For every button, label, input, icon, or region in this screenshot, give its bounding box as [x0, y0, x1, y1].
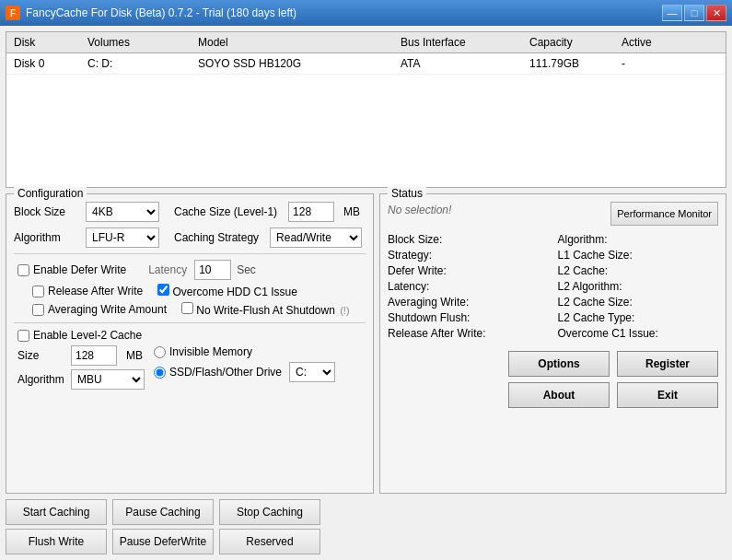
exit-button[interactable]: Exit	[617, 382, 718, 408]
status-title: Status	[388, 187, 426, 200]
col-active: Active	[618, 34, 691, 51]
invisible-memory-label: Invisible Memory	[169, 345, 252, 358]
level2-row: Enable Level-2 Cache	[17, 329, 366, 342]
algorithm-row: Algorithm LFU-RLFULRU Caching Strategy R…	[14, 228, 366, 248]
status-panel: Status No selection! Performance Monitor…	[379, 193, 726, 494]
status-blocksize-label: Block Size:	[388, 233, 549, 246]
defer-write-row: Enable Defer Write Latency Sec	[17, 260, 366, 280]
latency-input[interactable]	[194, 260, 231, 280]
reserved-button[interactable]: Reserved	[219, 529, 320, 554]
ssd-flash-row: SSD/Flash/Other Drive C:D:	[154, 362, 335, 382]
overcome-hdd-label: Overcome HDD C1 Issue	[173, 286, 297, 298]
status-deferwrite-label: Defer Write:	[388, 264, 549, 277]
level2-checkbox[interactable]	[17, 330, 29, 342]
l2-size-label: Size	[17, 349, 64, 362]
algorithm-label: Algorithm	[14, 231, 78, 244]
status-release-label: Release After Write:	[388, 327, 549, 340]
perf-monitor-button[interactable]: Performance Monitor	[610, 202, 718, 226]
release-after-write-checkbox[interactable]	[32, 286, 44, 298]
status-l2cachesize-label: L2 Cache Size:	[558, 296, 719, 309]
start-caching-button[interactable]: Start Caching	[6, 499, 107, 525]
flush-write-button[interactable]: Flush Write	[6, 529, 107, 554]
config-panel: Configuration Block Size 4KB8KB16KB Cach…	[6, 193, 374, 494]
right-action-buttons: Options Register About Exit	[388, 351, 718, 408]
col-bus: Bus Interface	[397, 34, 526, 51]
defer-write-label: Enable Defer Write	[33, 263, 126, 276]
caching-strategy-label: Caching Strategy	[174, 231, 259, 244]
col-capacity: Capacity	[526, 34, 618, 51]
pause-deferwrite-button[interactable]: Pause DeferWrite	[112, 529, 214, 554]
cell-volumes: C: D:	[84, 55, 194, 72]
cachesize-mb: MB	[343, 205, 360, 218]
l2-size-mb: MB	[126, 349, 143, 362]
cell-disk: Disk 0	[10, 55, 84, 72]
status-shutdown-label: Shutdown Flush:	[388, 311, 549, 324]
bottom-action-row2: Flush Write Pause DeferWrite Reserved	[6, 529, 726, 554]
caching-strategy-select[interactable]: Read/WriteRead OnlyWrite Only	[270, 228, 362, 248]
averaging-write-row: Averaging Write Amount No Write-Flush At…	[32, 302, 366, 317]
disk-table: Disk Volumes Model Bus Interface Capacit…	[6, 31, 726, 188]
invisible-memory-row: Invisible Memory	[154, 345, 335, 358]
cell-capacity: 111.79GB	[526, 55, 618, 72]
blocksize-row: Block Size 4KB8KB16KB Cache Size (Level-…	[14, 202, 366, 222]
ssd-flash-label: SSD/Flash/Other Drive	[169, 366, 282, 379]
stop-caching-button[interactable]: Stop Caching	[219, 499, 320, 525]
latency-sec: Sec	[237, 263, 256, 276]
blocksize-label: Block Size	[14, 205, 78, 218]
no-write-flush-hint: (!)	[340, 305, 349, 316]
status-top-row: No selection! Performance Monitor	[388, 202, 718, 226]
l2-algo-row: Algorithm MBULFULRU	[17, 369, 145, 390]
cell-model: SOYO SSD HB120G	[194, 55, 397, 72]
bottom-action-row: Start Caching Pause Caching Stop Caching	[6, 499, 726, 525]
status-overcome-label: Overcome C1 Issue:	[558, 327, 719, 340]
cell-bus: ATA	[397, 55, 526, 72]
cell-active: -	[618, 55, 691, 72]
no-selection-text: No selection!	[388, 204, 451, 216]
status-l2cache-label: L2 Cache:	[558, 264, 719, 277]
averaging-write-checkbox[interactable]	[32, 304, 44, 316]
l2-size-row: Size MB	[17, 345, 145, 366]
about-button[interactable]: About	[508, 382, 610, 408]
status-l2algo-label: L2 Algorithm:	[558, 280, 719, 293]
close-button[interactable]: ✕	[706, 5, 726, 21]
l2-size-input[interactable]	[71, 345, 117, 366]
status-latency-label: Latency:	[388, 280, 549, 293]
options-button[interactable]: Options	[508, 351, 610, 377]
pause-caching-button[interactable]: Pause Caching	[112, 499, 214, 525]
no-write-flush-checkbox[interactable]	[181, 302, 193, 314]
status-l1cachesize-label: L1 Cache Size:	[558, 249, 719, 262]
l2-algo-label: Algorithm	[17, 373, 64, 386]
status-averaging-label: Averaging Write:	[388, 296, 549, 309]
col-volumes: Volumes	[84, 34, 194, 51]
status-grid: Block Size: Algorithm: Strategy: L1 Cach…	[388, 233, 718, 340]
cachesize-input[interactable]	[288, 202, 334, 222]
ssd-flash-radio[interactable]	[154, 367, 166, 379]
config-title: Configuration	[14, 187, 87, 200]
defer-write-checkbox[interactable]	[17, 264, 29, 276]
no-write-flush-label: No Write-Flush At Shutdown	[196, 304, 335, 317]
register-button[interactable]: Register	[617, 351, 718, 377]
cachesize-label: Cache Size (Level-1)	[174, 205, 277, 218]
main-content: Disk Volumes Model Bus Interface Capacit…	[0, 26, 732, 560]
blocksize-select[interactable]: 4KB8KB16KB	[86, 202, 159, 222]
level2-label: Enable Level-2 Cache	[33, 329, 142, 342]
invisible-memory-radio[interactable]	[154, 346, 166, 358]
minimize-button[interactable]: —	[662, 5, 682, 21]
col-model: Model	[194, 34, 397, 51]
status-strategy-label: Strategy:	[388, 249, 549, 262]
release-after-write-row: Release After Write Overcome HDD C1 Issu…	[32, 284, 366, 298]
status-algorithm-label: Algorithm:	[558, 233, 719, 246]
title-bar: F FancyCache For Disk (Beta) 0.7.2 - Tri…	[0, 0, 732, 26]
overcome-hdd-checkbox[interactable]	[157, 284, 169, 296]
drive-select[interactable]: C:D:	[289, 362, 335, 382]
algorithm-select[interactable]: LFU-RLFULRU	[86, 228, 159, 248]
release-after-write-label: Release After Write	[48, 285, 143, 298]
col-disk: Disk	[10, 34, 84, 51]
l2-algo-select[interactable]: MBULFULRU	[71, 369, 145, 390]
panels-section: Configuration Block Size 4KB8KB16KB Cach…	[6, 193, 726, 494]
latency-label: Latency	[148, 263, 187, 276]
table-row[interactable]: Disk 0 C: D: SOYO SSD HB120G ATA 111.79G…	[6, 53, 726, 75]
maximize-button[interactable]: □	[684, 5, 704, 21]
table-header: Disk Volumes Model Bus Interface Capacit…	[6, 32, 726, 53]
status-l2cachetype-label: L2 Cache Type:	[558, 311, 719, 324]
